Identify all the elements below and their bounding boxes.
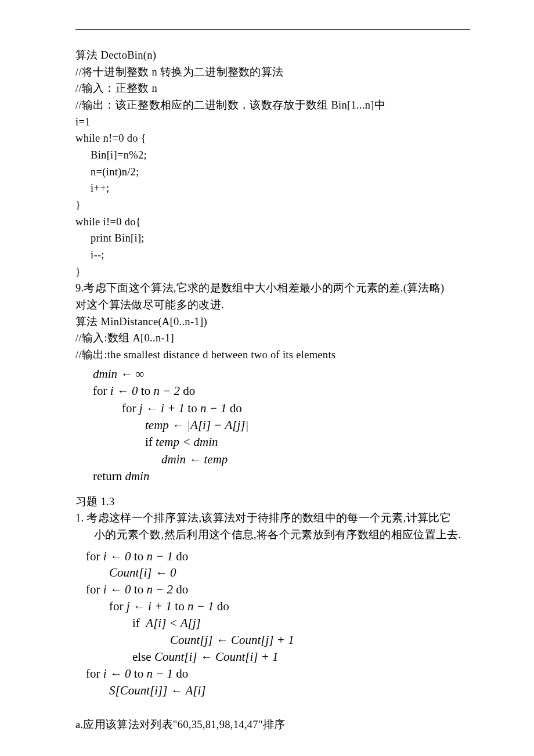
code-line: while n!=0 do { (75, 130, 470, 147)
code-line: i--; (75, 247, 470, 264)
pseudo-line: for i ← 0 to n − 2 do (86, 581, 470, 598)
code-line: i++; (75, 180, 470, 197)
pseudo-line: Count[j] ← Count[j] + 1 (86, 632, 470, 649)
pseudo-line: dmin ← temp (93, 451, 470, 468)
exercise-q1: 小的元素个数,然后利用这个信息,将各个元素放到有序数组的相应位置上去. (75, 527, 470, 543)
exercise-1-3: 习题 1.3 1. 考虑这样一个排序算法,该算法对于待排序的数组中的每一个元素,… (75, 494, 470, 543)
pseudo-line: for j ← i + 1 to n − 1 do (93, 400, 470, 417)
q9-text: //输出:the smallest distance d between two… (75, 347, 470, 363)
pseudo-line: for j ← i + 1 to n − 1 do (86, 598, 470, 615)
q9-text: 9.考虑下面这个算法,它求的是数组中大小相差最小的两个元素的差.(算法略) (75, 280, 470, 297)
q9-text: //输入:数组 A[0..n-1] (75, 330, 470, 347)
pseudo-line: if A[i] < A[j] (86, 615, 470, 632)
exercise-header: 习题 1.3 (75, 494, 470, 510)
question-a-text: a.应用该算法对列表"60,35,81,98,14,47"排序 (75, 717, 470, 733)
q9-text: 算法 MinDistance(A[0..n-1]) (75, 314, 470, 330)
code-line: } (75, 264, 470, 280)
pseudo-line: if temp < dmin (93, 434, 470, 451)
pseudo-line: dmin ← ∞ (93, 366, 470, 383)
pseudo-line: temp ← |A[i] − A[j]| (93, 417, 470, 434)
horizontal-rule (75, 29, 470, 30)
code-line: Bin[i]=n%2; (75, 147, 470, 164)
algo-title: 算法 DectoBin(n) (75, 47, 470, 64)
q9-text: 对这个算法做尽可能多的改进. (75, 297, 470, 314)
question-a: a.应用该算法对列表"60,35,81,98,14,47"排序 (75, 717, 470, 733)
exercise-q1: 1. 考虑这样一个排序算法,该算法对于待排序的数组中的每一个元素,计算比它 (75, 510, 470, 527)
algorithm-dectobin: 算法 DectoBin(n) //将十进制整数 n 转换为二进制整数的算法 //… (75, 47, 470, 280)
question-9: 9.考虑下面这个算法,它求的是数组中大小相差最小的两个元素的差.(算法略) 对这… (75, 280, 470, 363)
code-line: i=1 (75, 114, 470, 131)
pseudo-line: return dmin (93, 468, 470, 485)
pseudocode-mindistance: dmin ← ∞ for i ← 0 to n − 2 do for j ← i… (75, 366, 470, 485)
algo-comment: //输入：正整数 n (75, 80, 470, 97)
code-line: while i!=0 do{ (75, 214, 470, 231)
pseudocode-countsort: for i ← 0 to n − 1 do Count[i] ← 0 for i… (75, 548, 470, 700)
pseudo-line: else Count[i] ← Count[i] + 1 (86, 649, 470, 665)
code-line: n=(int)n/2; (75, 164, 470, 181)
pseudo-line: for i ← 0 to n − 2 do (93, 383, 470, 399)
pseudo-line: Count[i] ← 0 (86, 564, 470, 581)
document-page: 算法 DectoBin(n) //将十进制整数 n 转换为二进制整数的算法 //… (0, 0, 534, 756)
code-line: print Bin[i]; (75, 230, 470, 247)
algo-comment: //输出：该正整数相应的二进制数，该数存放于数组 Bin[1...n]中 (75, 97, 470, 114)
pseudo-line: for i ← 0 to n − 1 do (86, 665, 470, 682)
pseudo-line: S[Count[i]] ← A[i] (86, 682, 470, 699)
algo-comment: //将十进制整数 n 转换为二进制整数的算法 (75, 64, 470, 81)
code-line: } (75, 197, 470, 214)
pseudo-line: for i ← 0 to n − 1 do (86, 548, 470, 565)
